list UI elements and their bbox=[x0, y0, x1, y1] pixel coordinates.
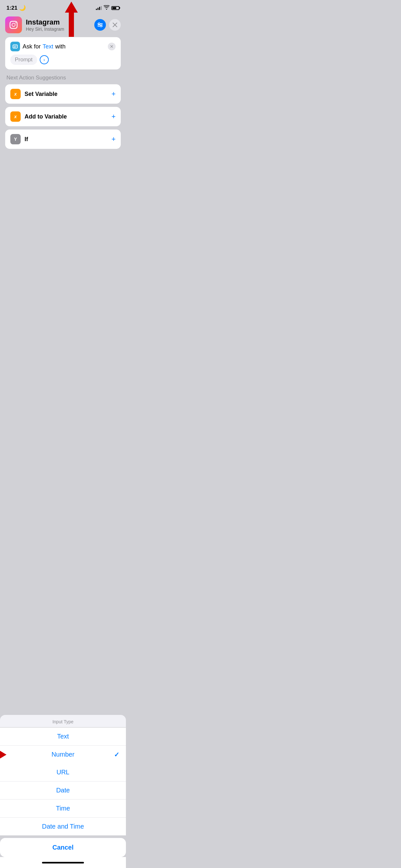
app-icon bbox=[5, 17, 22, 33]
chevron-circle-button[interactable]: › bbox=[40, 55, 49, 64]
if-row[interactable]: Y If + bbox=[5, 129, 121, 149]
with-label: with bbox=[55, 43, 66, 50]
app-subtitle: Hey Siri, Instagram bbox=[26, 27, 94, 32]
close-button[interactable] bbox=[109, 19, 121, 31]
set-variable-label: Set Variable bbox=[25, 91, 112, 97]
action-card-row: Ask for Text with ✕ bbox=[10, 42, 116, 51]
prompt-pill[interactable]: Prompt bbox=[10, 55, 37, 65]
status-icons bbox=[96, 5, 120, 11]
action-text: Ask for Text with bbox=[23, 43, 105, 50]
battery-icon bbox=[112, 6, 120, 10]
if-add-button[interactable]: + bbox=[112, 135, 116, 144]
ask-label: Ask for bbox=[23, 43, 41, 50]
status-bar: 1:21 🌙 bbox=[0, 0, 126, 14]
add-to-variable-label: Add to Variable bbox=[25, 113, 112, 120]
app-info: Instagram Hey Siri, Instagram bbox=[26, 18, 94, 32]
action-card: Ask for Text with ✕ Prompt › bbox=[5, 37, 121, 69]
action-card-close-button[interactable]: ✕ bbox=[108, 42, 116, 51]
suggestions-label: Next Action Suggestions bbox=[5, 74, 121, 84]
svg-rect-10 bbox=[13, 45, 18, 48]
if-icon: Y bbox=[10, 134, 21, 144]
set-variable-row[interactable]: x Set Variable + bbox=[5, 84, 121, 104]
ask-for-icon bbox=[10, 42, 20, 51]
signal-bars-icon bbox=[96, 6, 102, 10]
svg-point-6 bbox=[98, 23, 100, 25]
text-type-label[interactable]: Text bbox=[42, 43, 53, 50]
add-to-variable-row[interactable]: x Add to Variable + bbox=[5, 107, 121, 126]
wifi-icon bbox=[104, 5, 110, 11]
svg-point-7 bbox=[100, 26, 102, 27]
set-variable-icon: x bbox=[10, 89, 21, 99]
svg-point-1 bbox=[12, 23, 15, 27]
main-content: Ask for Text with ✕ Prompt › Next Action… bbox=[0, 37, 126, 149]
svg-rect-0 bbox=[10, 21, 17, 28]
header: Instagram Hey Siri, Instagram bbox=[0, 14, 126, 37]
action-card-second-row: Prompt › bbox=[10, 55, 116, 65]
header-buttons bbox=[94, 19, 121, 31]
app-name: Instagram bbox=[26, 18, 94, 27]
set-variable-add-button[interactable]: + bbox=[112, 90, 116, 98]
suggestions-section: Next Action Suggestions x Set Variable +… bbox=[5, 74, 121, 149]
if-label: If bbox=[25, 136, 112, 143]
add-to-variable-icon: x bbox=[10, 112, 21, 122]
svg-point-2 bbox=[15, 22, 16, 23]
status-time: 1:21 🌙 bbox=[6, 4, 26, 11]
add-to-variable-add-button[interactable]: + bbox=[112, 113, 116, 121]
filter-button[interactable] bbox=[94, 19, 106, 31]
